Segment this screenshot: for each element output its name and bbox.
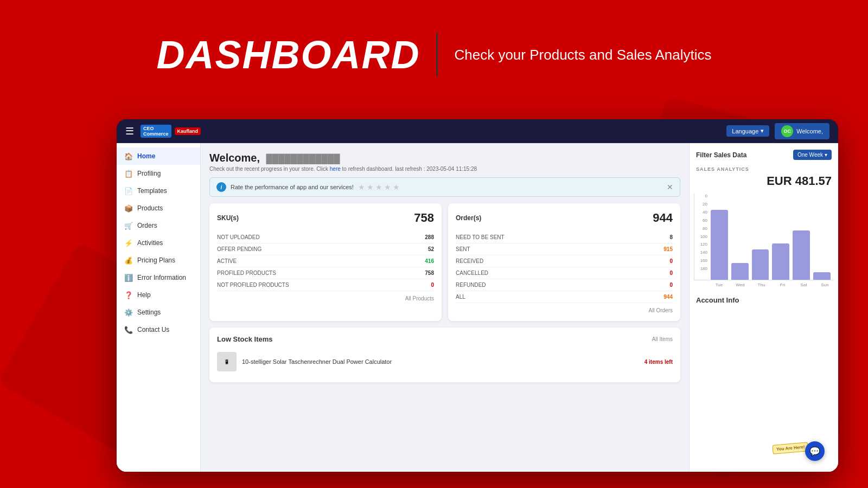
chart-bar-tue (711, 210, 728, 280)
order-label-refunded: REFUNDED (456, 282, 486, 288)
refresh-link[interactable]: here (330, 166, 342, 172)
welcome-badge: OC Welcome, (775, 123, 829, 139)
sidebar-item-settings[interactable]: ⚙️ Settings (117, 304, 200, 321)
right-panel: Filter Sales Data One Week ▾ SALES ANALY… (689, 143, 838, 472)
sku-val-profiled: 758 (425, 270, 434, 276)
chart-y-labels: 180 160 140 120 100 80 60 40 20 0 (694, 194, 710, 271)
hamburger-icon[interactable]: ☰ (125, 125, 134, 137)
welcome-username: ████████████ (266, 154, 340, 163)
y-label-20: 20 (694, 202, 710, 207)
chart-bar-sat (793, 230, 810, 280)
y-label-60: 60 (694, 218, 710, 223)
chart-x-labels: Tue Wed Thu Fri Sat Sun (694, 282, 834, 287)
sidebar: 🏠 Home 📋 Profiling 📄 Templates 📦 Product… (117, 143, 201, 472)
week-filter-button[interactable]: One Week ▾ (793, 150, 832, 160)
all-orders-link[interactable]: All Orders (456, 307, 673, 313)
avatar: OC (781, 125, 793, 137)
products-icon: 📦 (124, 204, 133, 213)
chart-bar-fri (772, 243, 789, 280)
star-2[interactable]: ★ (367, 183, 374, 191)
order-row-refunded: REFUNDED 0 (456, 279, 673, 291)
y-label-160: 160 (694, 258, 710, 263)
order-val-refunded: 0 (669, 282, 673, 288)
tablet-frame: ☰ CEOCommerce Kaufland Language ▾ OC Wel… (117, 119, 838, 472)
sku-title: SKU(s) (217, 214, 239, 222)
sku-val-not-uploaded: 288 (425, 234, 434, 240)
logo-area: CEOCommerce Kaufland (141, 125, 201, 138)
home-icon: 🏠 (124, 152, 133, 160)
chart-wrapper: 180 160 140 120 100 80 60 40 20 0 Tue (694, 194, 834, 287)
sidebar-item-pricing[interactable]: 💰 Pricing Plans (117, 252, 200, 269)
sku-label-profiled: PROFILED PRODUCTS (217, 270, 276, 276)
sku-row-not-profiled: NOT PROFILED PRODUCTS 0 (217, 279, 434, 291)
error-icon: ℹ️ (124, 273, 133, 282)
sidebar-label-contact: Contact Us (137, 326, 169, 333)
filter-header: Filter Sales Data One Week ▾ (696, 150, 832, 160)
order-val-sent: 915 (663, 246, 673, 252)
analytics-amount: EUR 481.57 (696, 174, 832, 188)
stock-img: 📱 (217, 352, 237, 371)
star-4[interactable]: ★ (384, 183, 391, 191)
sidebar-item-orders[interactable]: 🛒 Orders (117, 217, 200, 234)
y-label-120: 120 (694, 242, 710, 247)
x-label-wed: Wed (731, 282, 749, 287)
y-label-140: 140 (694, 250, 710, 255)
profiling-icon: 📋 (124, 169, 133, 178)
sidebar-item-home[interactable]: 🏠 Home (117, 147, 200, 165)
sidebar-item-activities[interactable]: ⚡ Activities (117, 234, 200, 252)
sku-label-not-uploaded: NOT UPLOADED (217, 234, 260, 240)
star-5[interactable]: ★ (393, 183, 400, 191)
all-products-link[interactable]: All Products (217, 296, 434, 301)
order-row-all: ALL 944 (456, 291, 673, 303)
sku-label-not-profiled: NOT PROFILED PRODUCTS (217, 282, 289, 288)
language-button[interactable]: Language ▾ (726, 125, 769, 137)
chart-bar-wed (731, 263, 749, 280)
sidebar-item-help[interactable]: ❓ Help (117, 286, 200, 304)
sidebar-label-profiling: Profiling (137, 170, 161, 177)
analytics-label: SALES ANALYTICS (696, 166, 832, 172)
stock-name: 10-stelliger Solar Taschenrechner Dual P… (242, 358, 639, 365)
orders-card-header: Order(s) 944 (456, 211, 673, 225)
y-label-80: 80 (694, 226, 710, 231)
sidebar-item-templates[interactable]: 📄 Templates (117, 182, 200, 200)
settings-icon: ⚙️ (124, 308, 133, 317)
x-label-tue: Tue (710, 282, 728, 287)
order-label-all: ALL (456, 294, 465, 300)
sku-label-offer-pending: OFFER PENDING (217, 246, 261, 252)
sku-val-offer-pending: 52 (428, 246, 434, 252)
sidebar-item-contact[interactable]: 📞 Contact Us (117, 321, 200, 338)
sidebar-item-profiling[interactable]: 📋 Profiling (117, 165, 200, 182)
rating-bar-left: i Rate the performance of app and our se… (216, 182, 400, 192)
close-icon[interactable]: ✕ (667, 183, 673, 191)
sidebar-item-products[interactable]: 📦 Products (117, 200, 200, 217)
week-label: One Week (797, 152, 823, 158)
page-header: DASHBOARD Check your Products and Sales … (0, 33, 868, 77)
sidebar-label-pricing: Pricing Plans (137, 256, 175, 264)
order-label-cancelled: CANCELLED (456, 270, 488, 276)
templates-icon: 📄 (124, 187, 133, 195)
x-label-sat: Sat (795, 282, 813, 287)
dropdown-icon: ▾ (761, 127, 764, 134)
sidebar-item-error[interactable]: ℹ️ Error Information (117, 269, 200, 286)
all-items-link[interactable]: All Items (652, 336, 673, 342)
star-3[interactable]: ★ (375, 183, 382, 191)
sku-row-profiled: PROFILED PRODUCTS 758 (217, 267, 434, 279)
x-label-fri: Fri (774, 282, 792, 287)
x-label-thu: Thu (752, 282, 770, 287)
chat-button[interactable]: 💬 (805, 441, 825, 461)
sidebar-label-error: Error Information (137, 274, 186, 281)
topnav: ☰ CEOCommerce Kaufland Language ▾ OC Wel… (117, 119, 838, 143)
sku-row-active: ACTIVE 416 (217, 255, 434, 267)
pricing-icon: 💰 (124, 256, 133, 265)
star-1[interactable]: ★ (358, 183, 365, 191)
x-label-sun: Sun (816, 282, 834, 287)
sidebar-label-products: Products (137, 204, 163, 212)
sku-val-active: 416 (425, 258, 434, 264)
dropdown-chevron: ▾ (825, 152, 827, 158)
account-info-title: Account Info (696, 296, 832, 304)
y-label-40: 40 (694, 210, 710, 215)
welcome-description: Check out the recent progress in your st… (209, 166, 680, 172)
contact-icon: 📞 (124, 325, 133, 334)
welcome-section: Welcome, ████████████ Check out the rece… (209, 152, 680, 172)
orders-total: 944 (653, 211, 673, 225)
